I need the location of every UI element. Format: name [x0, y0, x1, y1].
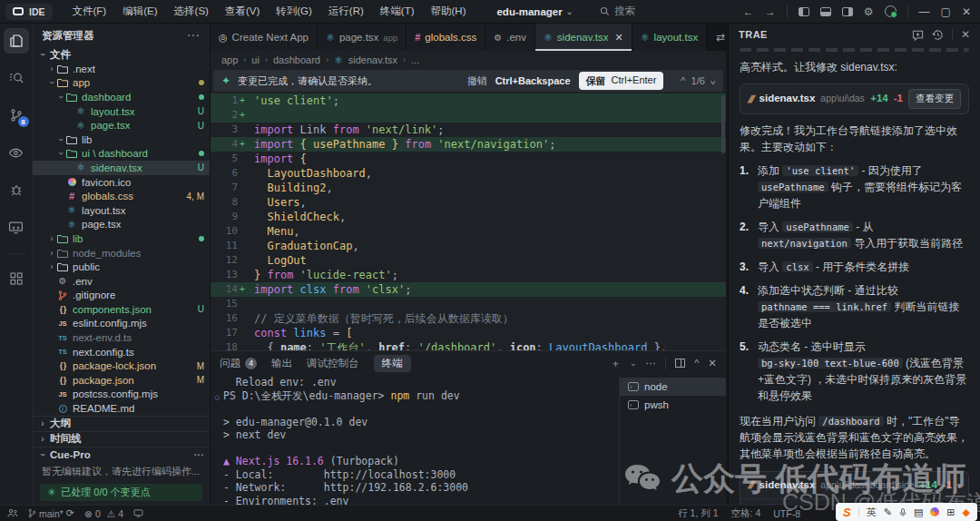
keep-changes-button[interactable]: 保留Ctrl+Enter	[579, 72, 664, 90]
tree-item-ui \ dashboard[interactable]: ›ui \ dashboard	[33, 147, 210, 162]
code-line-3[interactable]: 3 import Link from 'next/link';	[211, 123, 726, 137]
breadcrumb-item-...[interactable]: ...	[411, 54, 419, 65]
panel-tab-问题[interactable]: 问题4	[220, 357, 257, 370]
ports-status[interactable]	[133, 509, 143, 517]
tree-item-node_modules[interactable]: ›node_modules	[33, 246, 210, 260]
project-switcher[interactable]: edu-manager ⌄	[496, 6, 573, 17]
extensions-icon[interactable]	[4, 266, 29, 291]
menu-运行(R)[interactable]: 运行(R)	[321, 2, 371, 21]
code-line-9[interactable]: 9 ShieldCheck,	[211, 210, 726, 224]
cursor-position[interactable]: 行 1, 列 1	[678, 507, 718, 520]
ime-toolbar[interactable]: S 英 ✎ ▤ ⊞ ◆	[836, 503, 977, 521]
tree-item-layout.tsx[interactable]: ⚛layout.tsx	[33, 203, 210, 218]
panel-tab-终端[interactable]: 终端	[374, 355, 411, 372]
code-line-14[interactable]: 14+import clsx from 'clsx';	[211, 282, 726, 297]
ime-skin-icon[interactable]	[930, 507, 939, 516]
indentation[interactable]: 空格: 4	[731, 507, 761, 520]
menu-查看(V)[interactable]: 查看(V)	[218, 2, 267, 21]
code-line-4[interactable]: 4+import { usePathname } from 'next/navi…	[211, 137, 726, 152]
problems-status[interactable]: ⊗0 ⚠4	[84, 508, 123, 519]
compare-changes-icon[interactable]: ⇄	[716, 31, 725, 44]
prev-change-icon[interactable]: ^	[681, 75, 685, 86]
terminal-dropdown-icon[interactable]: ⌄	[630, 359, 637, 368]
cuepro-section-header[interactable]: › Cue-Pro ···	[33, 447, 210, 462]
toggle-left-panel-icon[interactable]	[799, 7, 809, 16]
ime-hot-icon[interactable]: ◆	[963, 506, 970, 518]
ime-brand-icon[interactable]: S	[843, 506, 851, 519]
editor-tab-layout.tsx[interactable]: ⚛layout.tsx	[632, 24, 707, 51]
search-sidebar-icon[interactable]	[4, 65, 29, 91]
next-change-icon[interactable]: ^	[710, 75, 715, 86]
remote-monitor-icon[interactable]	[4, 214, 29, 240]
code-line-13[interactable]: 13 } from 'lucide-react';	[211, 268, 726, 282]
code-line-8[interactable]: 8 Users,	[211, 195, 726, 210]
tree-item-components.json[interactable]: { }components.jsonU	[33, 302, 210, 317]
app-logo[interactable]: IDE	[5, 4, 53, 20]
review-file-row[interactable]: ⫻ sidenav.tsx app\ui\dashboard\sidenav.t…	[740, 472, 968, 498]
tree-item-globals.css[interactable]: #globals.css4, M	[33, 189, 210, 203]
tree-item-.env[interactable]: ⚙.env	[33, 274, 210, 289]
code-area[interactable]: 1+'use client';2+3 import Link from 'nex…	[211, 93, 726, 350]
code-line-6[interactable]: 6 LayoutDashboard,	[211, 166, 726, 181]
tree-item-page.tsx[interactable]: ⚛page.tsxU	[33, 118, 210, 133]
preview-eye-icon[interactable]	[4, 140, 29, 165]
tree-item-dashboard[interactable]: ›dashboard	[33, 90, 210, 104]
code-line-7[interactable]: 7 Building2,	[211, 181, 726, 195]
tree-item-next.config.ts[interactable]: TSnext.config.ts	[33, 345, 210, 359]
toggle-bottom-panel-icon[interactable]	[820, 7, 831, 16]
settings-gear-icon[interactable]: ⚙	[864, 5, 874, 18]
timeline-section-header[interactable]: › 时间线	[33, 431, 210, 447]
tree-item-layout.tsx[interactable]: ⚛layout.tsxU	[33, 104, 210, 119]
breadcrumb-item-dashboard[interactable]: dashboard	[273, 54, 320, 65]
nav-forward-button[interactable]: →	[765, 5, 776, 18]
breadcrumb-item-ui[interactable]: ui	[251, 54, 260, 65]
ime-mic-icon[interactable]	[899, 507, 906, 517]
new-terminal-icon[interactable]: ＋	[610, 357, 621, 370]
breadcrumb[interactable]: app›ui›dashboard›⚛sidenav.tsx›...	[211, 51, 726, 69]
history-icon[interactable]	[932, 29, 944, 41]
menu-终端(T)[interactable]: 终端(T)	[373, 2, 422, 21]
code-line-18[interactable]: 18 { name: '工作台', href: '/dashboard', ic…	[211, 340, 726, 350]
tree-item-.next[interactable]: ›.next	[33, 62, 210, 76]
ime-grid-icon[interactable]: ⊞	[946, 506, 955, 518]
toggle-right-panel-icon[interactable]	[842, 7, 853, 16]
tree-item-app[interactable]: ›app	[33, 76, 210, 91]
code-line-15[interactable]: 15	[211, 297, 726, 311]
window-minimize-button[interactable]: —	[919, 5, 930, 18]
debug-icon[interactable]	[4, 177, 29, 202]
ime-pen-icon[interactable]: ✎	[884, 506, 892, 518]
breadcrumb-item-app[interactable]: app	[221, 54, 238, 65]
global-search[interactable]: 搜索	[600, 5, 635, 18]
encoding[interactable]: UTF-8	[773, 508, 800, 519]
git-branch-status[interactable]: main* ⟳	[28, 507, 74, 519]
source-control-icon[interactable]: 8	[4, 103, 29, 128]
tree-item-postcss.config.mjs[interactable]: JSpostcss.config.mjs	[33, 388, 210, 402]
terminal-output[interactable]: Reload env: .env○PS D:\全栈开发\edu-manager>…	[211, 375, 619, 505]
code-line-11[interactable]: 11 GraduationCap,	[211, 239, 726, 253]
file-change-card[interactable]: ⫻ sidenav.tsx app\ui\dashboard\sidenav..…	[740, 84, 969, 114]
tree-item-sidenav.tsx[interactable]: ⚛sidenav.tsxU	[33, 161, 210, 175]
editor-tab-.env[interactable]: ⚙.env	[485, 24, 535, 51]
ime-lang-toggle[interactable]: 英	[867, 506, 877, 519]
expand-chevron-icon[interactable]: ›	[957, 477, 961, 493]
close-trae-icon[interactable]: ✕	[961, 28, 970, 41]
code-line-12[interactable]: 12 LogOut	[211, 253, 726, 268]
sidebar-more-icon[interactable]: ···	[188, 30, 201, 41]
editor-tab-Create Next App[interactable]: ◎Create Next App	[211, 24, 318, 51]
terminal-session-node[interactable]: ›node	[620, 378, 726, 396]
tree-item-.gitignore[interactable]: .gitignore	[33, 289, 210, 303]
split-terminal-icon[interactable]	[675, 359, 685, 368]
tree-item-package.json[interactable]: { }package.jsonM	[33, 373, 210, 388]
view-changes-button[interactable]: 查看变更	[908, 89, 961, 109]
new-chat-icon[interactable]	[912, 29, 924, 41]
tree-item-lib[interactable]: ›lib	[33, 133, 210, 147]
panel-tab-调试控制台[interactable]: 调试控制台	[307, 357, 359, 370]
code-line-2[interactable]: 2+	[211, 108, 726, 123]
breadcrumb-item-sidenav.tsx[interactable]: sidenav.tsx	[348, 54, 397, 65]
menu-编辑(E)[interactable]: 编辑(E)	[115, 2, 164, 21]
code-line-1[interactable]: 1+'use client';	[211, 93, 726, 108]
code-line-17[interactable]: 17 const links = [	[211, 326, 726, 340]
nav-back-button[interactable]: ←	[743, 5, 754, 18]
menu-文件(F)[interactable]: 文件(F)	[65, 2, 114, 21]
tree-item-README.md[interactable]: iREADME.md	[33, 401, 210, 416]
